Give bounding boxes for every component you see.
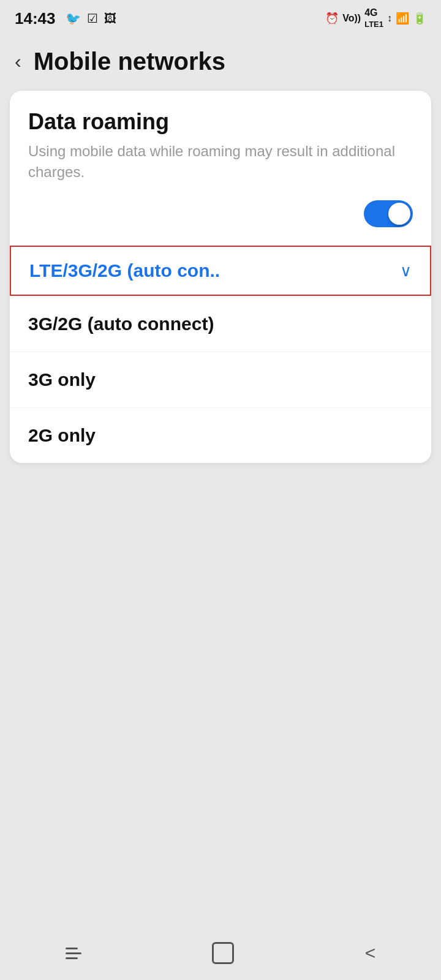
status-bar: 14:43 🐦 ☑ 🖼 ⏰ Vo)) 4GLTE1 ↕ 📶 🔋 [0,0,441,37]
back-button[interactable]: ‹ [15,50,21,73]
network-type-dropdown[interactable]: LTE/3G/2G (auto con.. ∨ [10,246,431,296]
home-icon [212,942,234,964]
signal-icon: 📶 [396,12,409,25]
email-icon: ☑ [87,11,98,26]
back-nav-button[interactable]: < [365,943,376,963]
alarm-icon: ⏰ [325,12,339,25]
data-roaming-description: Using mobile data while roaming may resu… [28,141,413,182]
toggle-knob [388,203,410,225]
main-card: Data roaming Using mobile data while roa… [10,91,431,463]
status-left-icons: 🐦 ☑ 🖼 [66,11,116,26]
option-3g-only[interactable]: 3G only [10,352,431,407]
status-right-icons: ⏰ Vo)) 4GLTE1 ↕ 📶 🔋 [325,7,426,29]
option-2g-only[interactable]: 2G only [10,407,431,463]
page-title: Mobile networks [34,48,225,75]
option-3g-2g-auto[interactable]: 3G/2G (auto connect) [10,296,431,352]
twitter-icon: 🐦 [66,11,81,26]
network-type-selected-label: LTE/3G/2G (auto con.. [29,260,220,281]
recent-icon [66,948,81,959]
data-roaming-title: Data roaming [28,109,413,135]
bottom-nav: < [0,931,441,980]
back-nav-icon: < [365,943,376,963]
data-roaming-toggle[interactable] [364,200,413,227]
gallery-icon: 🖼 [104,12,116,26]
status-time: 14:43 [15,9,56,28]
volte-icon: Vo)) [342,13,361,24]
network-label: 4GLTE1 [364,7,383,29]
data-roaming-section: Data roaming Using mobile data while roa… [10,91,431,246]
recent-apps-button[interactable] [66,948,81,959]
chevron-down-icon: ∨ [400,262,412,281]
toggle-row [28,194,413,233]
top-nav: ‹ Mobile networks [0,37,441,86]
home-button[interactable] [212,942,234,964]
data-arrows-icon: ↕ [387,13,392,24]
battery-icon: 🔋 [413,12,426,25]
